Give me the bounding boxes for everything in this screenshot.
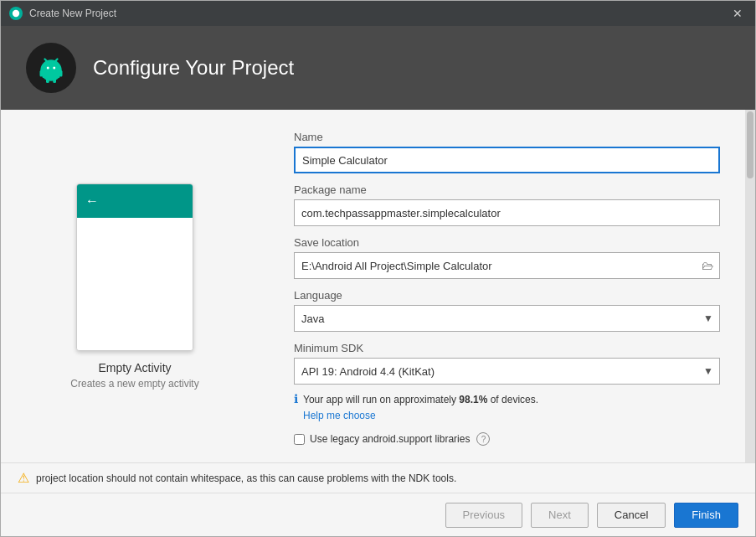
svg-line-8 xyxy=(55,59,58,62)
sdk-info-suffix: of devices. xyxy=(487,394,538,405)
package-input[interactable] xyxy=(294,199,720,226)
header-title: Configure Your Project xyxy=(93,56,294,80)
svg-point-0 xyxy=(13,10,19,17)
android-small-icon xyxy=(9,7,23,20)
finish-button[interactable]: Finish xyxy=(674,503,738,528)
save-location-input[interactable] xyxy=(294,252,720,279)
left-panel: ← Empty Activity Creates a new empty act… xyxy=(1,110,269,462)
svg-rect-9 xyxy=(40,70,43,77)
save-location-input-wrapper: 🗁 xyxy=(294,252,720,279)
svg-point-5 xyxy=(47,67,49,70)
back-arrow-icon: ← xyxy=(85,194,99,209)
save-location-form-group: Save location 🗁 xyxy=(294,236,720,279)
phone-content xyxy=(77,218,193,351)
svg-line-7 xyxy=(45,59,48,62)
svg-point-6 xyxy=(53,67,55,70)
svg-rect-12 xyxy=(53,78,56,83)
title-bar-left: Create New Project xyxy=(9,7,116,20)
previous-button[interactable]: Previous xyxy=(445,503,523,528)
cancel-button[interactable]: Cancel xyxy=(597,503,666,528)
help-question-icon[interactable]: ? xyxy=(476,432,490,446)
content-area: ← Empty Activity Creates a new empty act… xyxy=(1,110,755,462)
phone-top-bar: ← xyxy=(77,184,193,218)
save-location-label: Save location xyxy=(294,236,720,249)
scrollbar-thumb xyxy=(747,111,753,178)
activity-name-label: Empty Activity xyxy=(98,361,171,374)
footer: Previous Next Cancel Finish xyxy=(1,493,755,536)
android-logo-icon xyxy=(26,43,76,93)
package-label: Package name xyxy=(294,183,720,196)
info-circle-icon: ℹ xyxy=(294,392,298,405)
svg-rect-10 xyxy=(60,70,63,77)
sdk-info-text: Your app will run on approximately 98.1%… xyxy=(303,391,538,422)
svg-rect-4 xyxy=(43,70,60,79)
legacy-checkbox-label: Use legacy android.support libraries xyxy=(310,433,470,445)
title-bar-text: Create New Project xyxy=(29,8,116,19)
folder-icon: 🗁 xyxy=(702,259,713,272)
name-form-group: Name xyxy=(294,131,720,173)
language-label: Language xyxy=(294,289,720,302)
legacy-checkbox[interactable] xyxy=(294,434,305,445)
name-label: Name xyxy=(294,131,720,143)
scrollbar[interactable] xyxy=(745,110,755,462)
warning-text: project location should not contain whit… xyxy=(36,472,456,484)
title-bar: Create New Project ✕ xyxy=(1,1,755,26)
min-sdk-label: Minimum SDK xyxy=(294,342,720,354)
next-button[interactable]: Next xyxy=(531,503,589,528)
min-sdk-select[interactable]: API 19: Android 4.4 (KitKat) API 21: And… xyxy=(294,358,720,385)
activity-desc-label: Creates a new empty activity xyxy=(70,378,198,390)
right-panel: Name Package name Save location 🗁 Langua… xyxy=(269,110,745,462)
min-sdk-select-wrapper: API 19: Android 4.4 (KitKat) API 21: And… xyxy=(294,358,720,385)
warning-triangle-icon: ⚠ xyxy=(18,470,29,486)
warning-bar: ⚠ project location should not contain wh… xyxy=(1,462,755,493)
sdk-info-row: ℹ Your app will run on approximately 98.… xyxy=(294,391,720,422)
header-banner: Configure Your Project xyxy=(1,26,755,110)
legacy-checkbox-row: Use legacy android.support libraries ? xyxy=(294,432,720,446)
package-form-group: Package name xyxy=(294,183,720,226)
sdk-info-prefix: Your app will run on approximately xyxy=(303,394,459,405)
dialog-window: Create New Project ✕ xyxy=(0,0,756,537)
phone-preview: ← xyxy=(76,183,193,351)
language-form-group: Language Java Kotlin ▼ xyxy=(294,289,720,332)
language-select-wrapper: Java Kotlin ▼ xyxy=(294,305,720,332)
svg-rect-11 xyxy=(46,78,49,83)
min-sdk-form-group: Minimum SDK API 19: Android 4.4 (KitKat)… xyxy=(294,342,720,422)
name-input[interactable] xyxy=(294,147,720,173)
language-select[interactable]: Java Kotlin xyxy=(294,305,720,332)
sdk-info-percent: 98.1% xyxy=(459,394,487,405)
help-me-choose-link[interactable]: Help me choose xyxy=(303,410,376,421)
close-button[interactable]: ✕ xyxy=(728,6,747,21)
